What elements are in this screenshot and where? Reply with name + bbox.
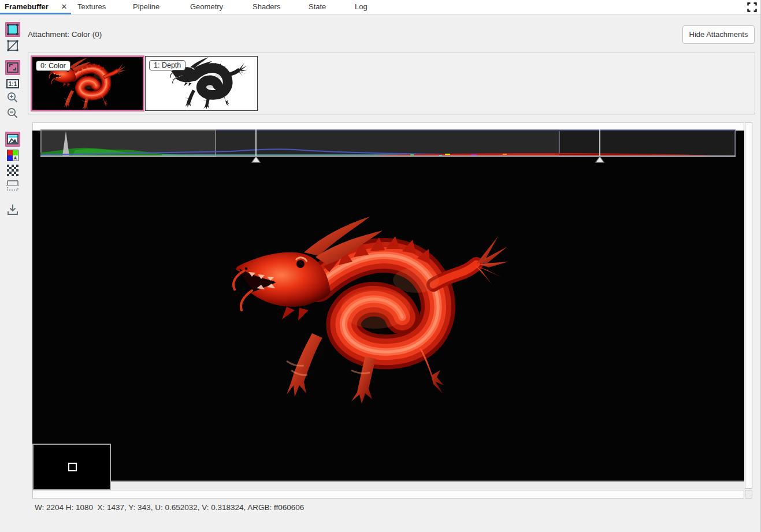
alpha-channel-swatch: A xyxy=(13,155,18,161)
blue-channel-swatch xyxy=(8,155,13,161)
attachment-thumb-color[interactable]: 0: Color xyxy=(31,55,144,111)
vertical-scrollbar[interactable] xyxy=(745,122,752,489)
zoom-out-icon[interactable] xyxy=(5,106,20,121)
pixel-status-readout: W: 2204 H: 1080 X: 1437, Y: 343, U: 0.65… xyxy=(35,503,304,512)
dragon-render xyxy=(231,211,508,413)
attachment-label: Attachment: Color (0) xyxy=(28,30,102,39)
framebuffer-viewport-pane xyxy=(32,122,752,499)
hide-attachments-button[interactable]: Hide Attachments xyxy=(682,25,755,44)
viewer-toolbar: 1:1 A xyxy=(0,15,25,532)
black-point-handle-line[interactable] xyxy=(255,129,257,157)
save-image-icon[interactable] xyxy=(5,202,20,217)
tab-bar: Framebuffer ✕ Textures Pipeline Geometry… xyxy=(0,0,760,14)
minimap-view-rect[interactable] xyxy=(68,463,77,471)
checkerboard-icon[interactable] xyxy=(5,163,20,178)
actual-size-label: 1:1 xyxy=(6,79,19,88)
attachments-strip: 0: Color 1: Depth xyxy=(28,53,755,114)
tab-geometry[interactable]: Geometry xyxy=(190,0,223,14)
red-channel-swatch xyxy=(8,150,13,155)
scrollbar-corner xyxy=(745,490,752,498)
attachment-thumb-depth[interactable]: 1: Depth xyxy=(145,56,258,111)
horizontal-scrollbar[interactable] xyxy=(32,490,744,498)
tab-pipeline[interactable]: Pipeline xyxy=(133,0,159,14)
color-attachment-icon[interactable] xyxy=(5,22,20,37)
attachment-badge: 0: Color xyxy=(36,61,70,71)
no-attachment-icon[interactable] xyxy=(5,38,20,53)
tab-log[interactable]: Log xyxy=(355,0,367,14)
attachment-badge: 1: Depth xyxy=(149,60,185,70)
canvas-bottom-strip xyxy=(32,481,744,489)
tab-shaders[interactable]: Shaders xyxy=(253,0,280,14)
minimap-overview[interactable] xyxy=(32,444,111,490)
fullscreen-icon[interactable] xyxy=(747,2,757,12)
framebuffer-canvas[interactable] xyxy=(32,131,744,481)
white-point-handle[interactable] xyxy=(595,156,604,163)
tab-state[interactable]: State xyxy=(309,0,326,14)
active-tab-underline xyxy=(0,13,71,14)
range-histogram-icon[interactable] xyxy=(5,178,20,193)
actual-size-icon[interactable]: 1:1 xyxy=(5,76,20,91)
app-window: Framebuffer ✕ Textures Pipeline Geometry… xyxy=(0,0,761,532)
black-point-handle[interactable] xyxy=(251,156,261,163)
rgba-channels-icon[interactable]: A xyxy=(5,148,20,163)
zoom-in-icon[interactable] xyxy=(5,90,20,105)
histogram-range-control[interactable] xyxy=(40,129,736,157)
fit-to-window-icon[interactable] xyxy=(5,60,20,75)
tab-textures[interactable]: Textures xyxy=(77,0,106,14)
white-point-handle-line[interactable] xyxy=(599,129,600,157)
image-view-icon[interactable] xyxy=(5,132,20,147)
green-channel-swatch xyxy=(13,150,18,155)
